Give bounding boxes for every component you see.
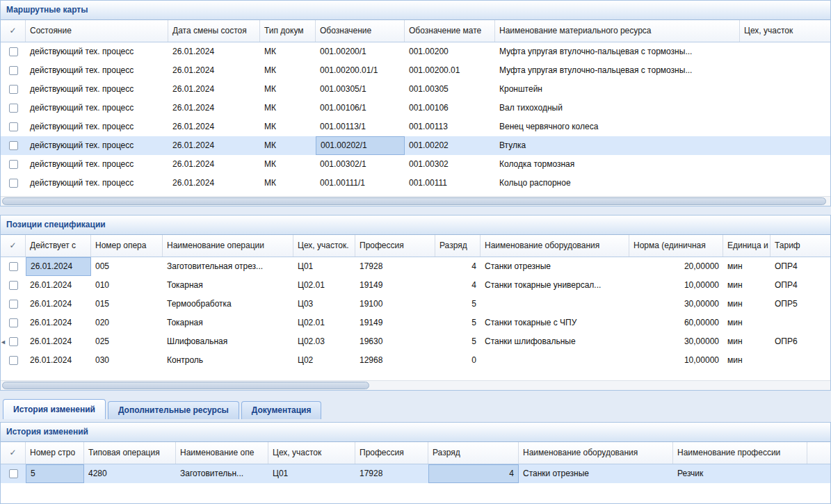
cell[interactable]: ОПР6 — [771, 332, 830, 351]
row-checkbox[interactable] — [9, 47, 18, 56]
row-checkbox[interactable] — [9, 356, 18, 365]
column-header[interactable]: Обозначение — [316, 20, 405, 42]
row-checkbox[interactable] — [9, 141, 18, 150]
cell[interactable]: Муфта упругая втулочно-пальцевая с тормо… — [495, 61, 740, 80]
cell[interactable] — [740, 117, 830, 136]
cell[interactable]: 26.01.2024 — [26, 295, 91, 314]
cell[interactable]: Заготовительная отрез... — [163, 257, 293, 276]
cell[interactable]: мин — [723, 351, 771, 370]
tab-documentation[interactable]: Документация — [241, 401, 322, 419]
row-checkbox[interactable] — [9, 160, 18, 169]
tab-change-history[interactable]: История изменений — [3, 399, 106, 419]
cell[interactable]: Резчик — [673, 464, 807, 483]
row-checkbox[interactable] — [9, 281, 18, 290]
cell[interactable]: 26.01.2024 — [26, 314, 91, 332]
cell[interactable]: 26.01.2024 — [26, 276, 91, 295]
cell[interactable]: Токарная — [163, 314, 293, 332]
table-row[interactable]: 26.01.2024025ШлифовальнаяЦ02.03196305Ста… — [1, 332, 830, 351]
column-header[interactable]: Наименование материального ресурса — [495, 20, 740, 42]
column-header[interactable]: Обозначение мате — [405, 20, 495, 42]
column-header[interactable]: Тариф — [771, 235, 830, 257]
route-cards-horizontal-scrollbar[interactable] — [1, 196, 830, 206]
row-checkbox[interactable] — [9, 469, 18, 478]
cell[interactable]: ОПР4 — [771, 276, 830, 295]
cell[interactable] — [481, 295, 629, 314]
cell[interactable]: 030 — [91, 351, 163, 370]
scrollbar-thumb[interactable] — [2, 382, 369, 389]
column-header[interactable]: Наименование оборудования — [519, 442, 673, 464]
cell[interactable]: 5 — [26, 464, 84, 483]
cell[interactable]: мин — [723, 257, 771, 276]
cell[interactable]: 26.01.2024 — [26, 332, 91, 351]
row-checkbox[interactable] — [9, 66, 18, 75]
cell[interactable]: действующий тех. процесс — [26, 155, 168, 174]
cell[interactable]: Станки отрезные — [481, 257, 629, 276]
tab-additional-resources[interactable]: Дополнительные ресурсы — [108, 401, 239, 419]
column-header[interactable]: Единица и — [723, 235, 771, 257]
cell[interactable]: 19100 — [355, 295, 435, 314]
table-row[interactable]: действующий тех. процесс26.01.2024МК001.… — [1, 117, 830, 136]
cell[interactable]: мин — [723, 314, 771, 332]
cell[interactable] — [740, 61, 830, 80]
cell[interactable]: 26.01.2024 — [168, 61, 260, 80]
row-checkbox[interactable] — [9, 122, 18, 131]
scrollbar-thumb[interactable] — [2, 197, 826, 205]
column-header[interactable]: Профессия — [355, 235, 435, 257]
table-row[interactable]: 26.01.2024030КонтрольЦ0212968010,00000ми… — [1, 351, 830, 370]
cell[interactable]: 60,00000 — [629, 314, 723, 332]
row-checkbox[interactable] — [9, 85, 18, 94]
cell[interactable]: 4280 — [84, 464, 176, 483]
cell[interactable]: Колодка тормозная — [495, 155, 740, 174]
select-all-header[interactable]: ✓ — [1, 235, 26, 257]
cell[interactable]: 26.01.2024 — [168, 117, 260, 136]
cell[interactable]: Муфта упругая втулочно-пальцевая с тормо… — [495, 42, 740, 61]
cell[interactable] — [740, 136, 830, 155]
column-header[interactable]: Номер опера — [91, 235, 163, 257]
table-row[interactable]: действующий тех. процесс26.01.2024МК001.… — [1, 42, 830, 61]
cell[interactable] — [481, 351, 629, 370]
cell[interactable]: Кольцо распорное — [495, 174, 740, 193]
spec-positions-horizontal-scrollbar[interactable] — [1, 380, 830, 390]
cell[interactable]: 001.00111 — [405, 174, 495, 193]
cell[interactable]: 26.01.2024 — [168, 136, 260, 155]
cell[interactable] — [740, 155, 830, 174]
column-header[interactable]: Цех, участок. — [293, 235, 355, 257]
cell[interactable]: действующий тех. процесс — [26, 117, 168, 136]
cell[interactable]: 5 — [435, 314, 481, 332]
cell[interactable]: 5 — [435, 332, 481, 351]
cell[interactable]: ОПР5 — [771, 295, 830, 314]
cell[interactable]: 19149 — [355, 276, 435, 295]
table-row[interactable]: 26.01.2024015ТермообработкаЦ0319100530,0… — [1, 295, 830, 314]
column-header[interactable]: Дата смены состоя — [168, 20, 260, 42]
cell[interactable]: МК — [260, 136, 316, 155]
cell[interactable]: 005 — [91, 257, 163, 276]
table-row[interactable]: 26.01.2024005Заготовительная отрез...Ц01… — [1, 257, 830, 276]
cell[interactable]: Вал тихоходный — [495, 99, 740, 117]
row-checkbox[interactable] — [9, 262, 18, 271]
cell[interactable]: 26.01.2024 — [168, 155, 260, 174]
cell[interactable]: 26.01.2024 — [168, 42, 260, 61]
column-header[interactable]: Состояние — [26, 20, 168, 42]
column-header[interactable]: Разряд — [428, 442, 519, 464]
cell[interactable]: 001.00302/1 — [316, 155, 405, 174]
cell[interactable] — [740, 99, 830, 117]
column-header[interactable]: Цех, участок — [740, 20, 830, 42]
cell[interactable] — [740, 80, 830, 99]
cell[interactable]: 001.00200 — [405, 42, 495, 61]
column-header[interactable]: Типовая операция — [84, 442, 176, 464]
cell[interactable]: Термообработка — [163, 295, 293, 314]
cell[interactable]: 19149 — [355, 314, 435, 332]
cell[interactable]: 001.00200.01 — [405, 61, 495, 80]
cell[interactable]: 5 — [435, 295, 481, 314]
cell[interactable]: Ц02.01 — [293, 314, 355, 332]
cell[interactable]: 26.01.2024 — [168, 174, 260, 193]
cell[interactable]: 19630 — [355, 332, 435, 351]
cell[interactable]: 30,00000 — [629, 295, 723, 314]
column-header[interactable]: Номер стро — [26, 442, 84, 464]
row-checkbox[interactable] — [9, 337, 18, 346]
cell[interactable]: Ц02 — [293, 351, 355, 370]
cell[interactable]: МК — [260, 61, 316, 80]
column-header[interactable]: Разряд — [435, 235, 481, 257]
cell[interactable]: 12968 — [355, 351, 435, 370]
column-header[interactable]: Наименование опе — [176, 442, 268, 464]
